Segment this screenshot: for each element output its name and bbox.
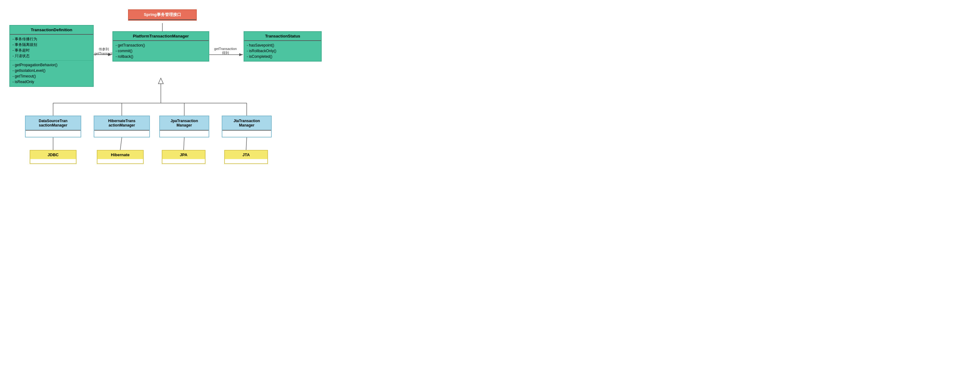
transaction-definition-header-items: - 事务传播行为 - 事务隔离级别 - 事务超时 - 只读状态 bbox=[10, 35, 93, 60]
datasource-manager-box: DataSourceTransactionManager bbox=[25, 116, 81, 137]
spring-interface-box: Spring事务管理接口 bbox=[128, 10, 197, 21]
hibernate-manager-label: HibernateTransactionManager bbox=[94, 116, 149, 131]
jdbc-label: JDBC bbox=[30, 151, 76, 159]
hibernate-manager-box: HibernateTransactionManager bbox=[94, 116, 150, 137]
hibernate-box: Hibernate bbox=[97, 150, 144, 164]
platform-manager-box: PlatformTransactionManager - getTransact… bbox=[113, 31, 209, 62]
hibernate-label: Hibernate bbox=[97, 151, 143, 159]
svg-line-13 bbox=[246, 137, 247, 150]
jpa-label: JPA bbox=[162, 151, 205, 159]
jta-box: JTA bbox=[224, 150, 268, 164]
transaction-status-label: TransactionStatus bbox=[244, 32, 321, 41]
jdbc-box: JDBC bbox=[30, 150, 76, 164]
jpa-box: JPA bbox=[162, 150, 205, 164]
uml-diagram: Spring事务管理接口 TransactionDefinition - 事务传… bbox=[6, 6, 337, 169]
jpa-manager-label: JpaTransactionManager bbox=[160, 116, 208, 131]
jta-manager-box: JtaTransactionManager bbox=[222, 116, 272, 137]
svg-line-12 bbox=[184, 137, 184, 150]
transaction-status-body: - hasSavepoint() - isRollbackOnly() - is… bbox=[244, 41, 321, 61]
transaction-definition-body: - getPropagationBehavior() - getIsolatio… bbox=[10, 61, 93, 86]
transaction-definition-box: TransactionDefinition - 事务传播行为 - 事务隔离级别 … bbox=[10, 25, 94, 87]
platform-manager-label: PlatformTransactionManager bbox=[113, 32, 208, 41]
platform-manager-body: - getTransaction() - commit() - rollback… bbox=[113, 41, 208, 61]
jpa-manager-box: JpaTransactionManager bbox=[159, 116, 209, 137]
spring-interface-label: Spring事务管理接口 bbox=[129, 10, 196, 20]
transaction-status-box: TransactionStatus - hasSavepoint() - isR… bbox=[243, 31, 322, 62]
label-to-get-transaction: 传参到 getTransaction bbox=[94, 47, 113, 55]
jta-manager-label: JtaTransactionManager bbox=[222, 116, 271, 131]
jta-label: JTA bbox=[225, 151, 267, 159]
datasource-manager-label: DataSourceTransactionManager bbox=[25, 116, 81, 131]
svg-marker-4 bbox=[158, 78, 163, 84]
label-get-transaction-result: getTransaction 得到 bbox=[210, 47, 241, 55]
svg-line-11 bbox=[120, 137, 122, 150]
transaction-definition-label: TransactionDefinition bbox=[10, 26, 93, 35]
